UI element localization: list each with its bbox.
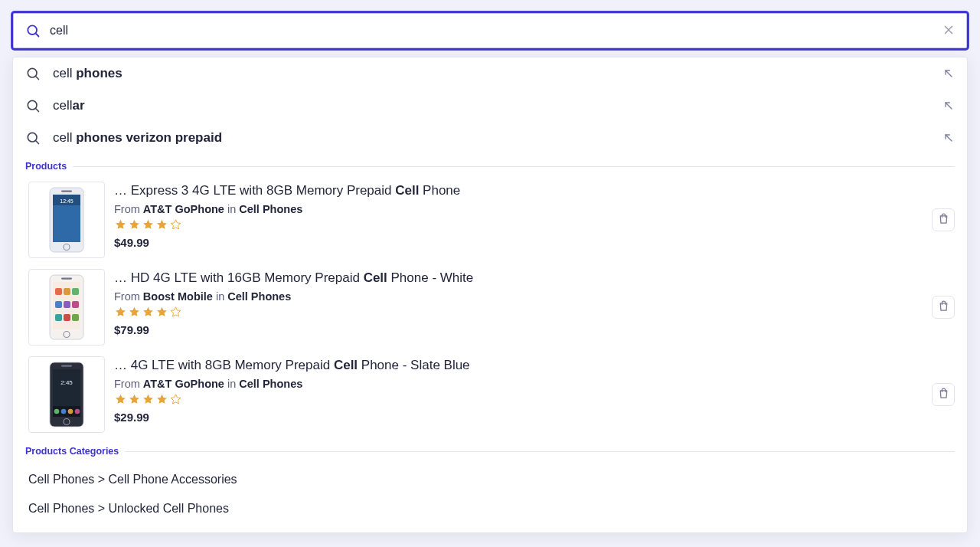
svg-line-9 — [946, 103, 952, 109]
shopping-bag-icon — [937, 212, 950, 228]
product-body: … Express 3 4G LTE with 8GB Memory Prepa… — [114, 182, 923, 249]
product-rating — [114, 393, 923, 406]
svg-text:2:45: 2:45 — [60, 379, 73, 386]
clear-button[interactable] — [942, 24, 955, 38]
svg-line-1 — [36, 34, 39, 37]
svg-rect-28 — [64, 314, 70, 321]
category-item[interactable]: Cell Phones > Cell Phone Accessories — [13, 465, 967, 494]
product-body: … 4G LTE with 8GB Memory Prepaid Cell Ph… — [114, 356, 923, 424]
suggestion-item[interactable]: cell phones verizon prepaid — [13, 122, 967, 154]
arrow-up-left-icon[interactable] — [942, 100, 955, 112]
product-price: $29.99 — [114, 411, 923, 424]
svg-point-38 — [75, 409, 80, 414]
product-item[interactable]: … HD 4G LTE with 16GB Memory Prepaid Cel… — [13, 264, 967, 352]
svg-rect-25 — [64, 301, 70, 308]
shopping-bag-icon — [937, 300, 950, 315]
suggestion-text: cell phones — [53, 66, 930, 81]
product-title: … Express 3 4G LTE with 8GB Memory Prepa… — [114, 182, 923, 200]
svg-rect-23 — [72, 288, 79, 295]
svg-line-12 — [946, 135, 952, 141]
product-source: From AT&T GoPhone in Cell Phones — [114, 203, 923, 215]
suggestion-item[interactable]: cellar — [13, 90, 967, 122]
svg-line-6 — [946, 70, 952, 77]
divider — [125, 451, 955, 452]
search-icon — [25, 98, 41, 113]
svg-point-35 — [54, 409, 60, 414]
product-price: $49.99 — [114, 236, 923, 249]
product-source: From Boost Mobile in Cell Phones — [114, 290, 923, 303]
svg-rect-29 — [72, 314, 79, 321]
categories-header-label: Products Categories — [25, 446, 119, 457]
svg-rect-40 — [61, 365, 72, 367]
svg-text:12:45: 12:45 — [60, 198, 74, 204]
categories-header: Products Categories — [13, 442, 967, 460]
product-item[interactable]: 12:45… Express 3 4G LTE with 8GB Memory … — [13, 175, 967, 264]
arrow-up-left-icon[interactable] — [942, 132, 955, 144]
autocomplete-panel: cell phonescellarcell phones verizon pre… — [12, 57, 968, 533]
product-body: … HD 4G LTE with 16GB Memory Prepaid Cel… — [114, 269, 923, 336]
svg-rect-22 — [64, 288, 70, 295]
svg-line-11 — [36, 141, 39, 144]
products-header: Products — [13, 157, 967, 175]
svg-rect-21 — [55, 288, 62, 295]
arrow-up-left-icon[interactable] — [942, 67, 955, 80]
products-header-label: Products — [25, 161, 67, 172]
add-to-cart-button[interactable] — [932, 208, 955, 231]
add-to-cart-button[interactable] — [932, 383, 955, 406]
search-icon — [25, 23, 41, 38]
product-thumbnail: 12:45 — [28, 182, 105, 258]
category-item[interactable]: Cell Phones > Unlocked Cell Phones — [13, 494, 967, 523]
suggestion-text: cell phones verizon prepaid — [53, 130, 930, 146]
search-input[interactable] — [50, 24, 933, 38]
search-icon — [25, 130, 41, 146]
product-source: From AT&T GoPhone in Cell Phones — [114, 378, 923, 390]
svg-line-5 — [36, 77, 39, 80]
search-box[interactable] — [12, 12, 968, 49]
svg-rect-30 — [61, 278, 72, 280]
svg-rect-26 — [72, 301, 79, 308]
product-item[interactable]: 2:45… 4G LTE with 8GB Memory Prepaid Cel… — [13, 352, 967, 439]
add-to-cart-button[interactable] — [932, 296, 955, 319]
product-rating — [114, 306, 923, 319]
svg-rect-17 — [61, 191, 72, 192]
shopping-bag-icon — [937, 387, 950, 402]
divider — [73, 166, 955, 167]
suggestion-item[interactable]: cell phones — [13, 57, 967, 90]
product-thumbnail: 2:45 — [28, 356, 105, 433]
svg-rect-27 — [55, 314, 62, 321]
svg-rect-24 — [55, 301, 62, 308]
product-title: … HD 4G LTE with 16GB Memory Prepaid Cel… — [114, 269, 923, 287]
svg-point-36 — [61, 409, 67, 414]
close-icon — [942, 24, 955, 38]
svg-line-8 — [36, 109, 39, 112]
product-rating — [114, 218, 923, 231]
product-title: … 4G LTE with 8GB Memory Prepaid Cell Ph… — [114, 356, 923, 375]
svg-point-37 — [68, 409, 74, 414]
search-icon — [25, 66, 41, 81]
suggestion-text: cellar — [53, 98, 930, 113]
product-price: $79.99 — [114, 323, 923, 336]
product-thumbnail — [28, 269, 105, 346]
